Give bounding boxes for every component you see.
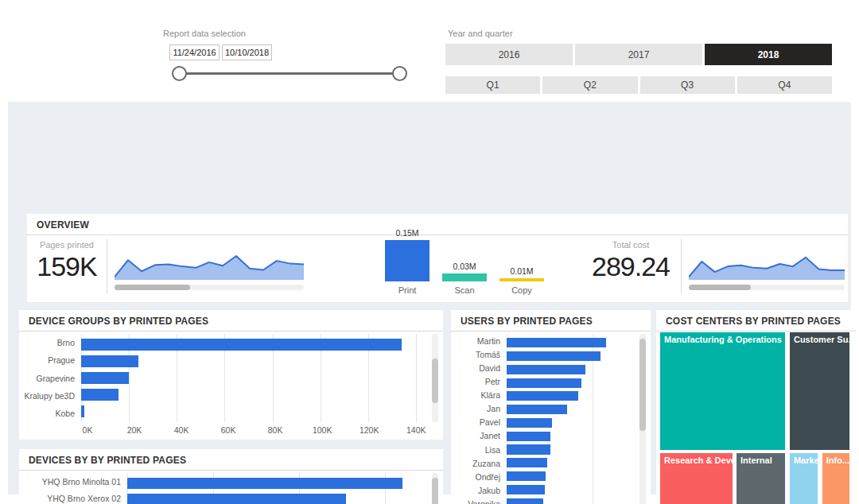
category-label: Kobe (25, 405, 75, 422)
scrollbar-thumb[interactable] (432, 359, 438, 403)
bar-Jakub[interactable] (507, 485, 545, 494)
bar-YHQ Brno Minolta 01[interactable] (127, 478, 402, 490)
category-label: Petr (457, 374, 500, 388)
bar-row (127, 475, 428, 491)
bar-row (81, 403, 428, 420)
bar[interactable] (499, 278, 544, 281)
pages-printed-value: 159K (30, 251, 103, 282)
axis-tick-label: 20K (127, 425, 142, 435)
bar[interactable] (442, 273, 487, 282)
bar-Brno[interactable] (81, 339, 402, 351)
category-label: Copy (511, 285, 532, 295)
bar-Martin[interactable] (507, 338, 606, 347)
total-cost-sparkline (689, 243, 845, 290)
total-cost-value: 289.24 (584, 251, 678, 282)
sparkline-scrollbar[interactable] (689, 285, 845, 290)
bar[interactable] (385, 240, 430, 282)
bar-Tomáš[interactable] (507, 351, 601, 361)
bar-row (507, 390, 636, 403)
value-label: 0.01M (510, 266, 533, 276)
category-label: Grapevine (25, 369, 75, 386)
bar-row (507, 496, 636, 504)
device-groups-title: DEVICE GROUPS BY PRINTED PAGES (19, 310, 443, 331)
treemap-tile-internal[interactable]: Internal (736, 452, 786, 504)
quarter-button-Q2[interactable]: Q2 (542, 76, 637, 94)
devices-card: DEVICES BY BY PRINTED PAGES YHQ Brno Min… (19, 449, 443, 504)
treemap-tile-info-[interactable]: Info... (822, 452, 850, 504)
vertical-scrollbar[interactable] (432, 473, 438, 504)
bar-Ondřej[interactable] (507, 471, 546, 481)
bar-Zuzana[interactable] (507, 458, 547, 467)
quarter-button-Q1[interactable]: Q1 (445, 76, 540, 94)
bar-Lisa[interactable] (507, 444, 550, 454)
bar-David[interactable] (507, 365, 585, 374)
overview-title: OVERVIEW (27, 214, 848, 235)
bar-Petr[interactable] (507, 378, 581, 388)
treemap-tile-research-devel-[interactable]: Research & Devel... (659, 452, 733, 504)
scrollbar-thumb[interactable] (689, 285, 751, 290)
quarter-segment-buttons: Q1Q2Q3Q4 (445, 76, 832, 94)
axis-tick-label: 100K (313, 425, 332, 435)
quarter-button-Q3[interactable]: Q3 (640, 76, 735, 94)
year-button-2017[interactable]: 2017 (575, 44, 702, 65)
overview-body: Pages printed 159K 0.15MPrint0.03MScan0.… (27, 235, 848, 300)
treemap-tile-manufacturing-operations[interactable]: Manufacturing & Operations (659, 331, 786, 451)
category-label: Tomáš (457, 347, 500, 361)
bar-row (81, 370, 428, 386)
pages-printed-sparkline (115, 243, 304, 290)
bar-Klára[interactable] (507, 391, 578, 401)
cost-centers-treemap: Manufacturing & OperationsCustomer Su...… (659, 331, 850, 504)
category-label: Jan (457, 402, 500, 416)
bar-row (81, 336, 428, 353)
category-label: Pavel (457, 416, 500, 429)
plot-area (507, 334, 636, 504)
date-slicer-label: Report data selection (163, 29, 246, 38)
bar-row (507, 483, 636, 496)
sparkline-scrollbar[interactable] (115, 285, 304, 290)
vertical-scrollbar[interactable] (432, 334, 438, 422)
bar-Pavel[interactable] (507, 418, 552, 428)
bar-row (507, 403, 636, 417)
year-button-2018[interactable]: 2018 (705, 44, 832, 65)
bar-rows (81, 334, 428, 422)
vertical-scrollbar[interactable] (639, 334, 646, 504)
bar-Janet[interactable] (507, 432, 550, 441)
divider (681, 238, 682, 294)
slider-handle-end[interactable] (392, 66, 407, 81)
print-type-mini-chart: 0.15MPrint0.03MScan0.01MCopy (369, 235, 560, 300)
bar-row (507, 417, 636, 430)
bar-Kralupy be3D[interactable] (81, 389, 119, 401)
quarter-button-Q4[interactable]: Q4 (737, 76, 832, 94)
scrollbar-thumb[interactable] (115, 285, 190, 290)
bar-Kobe[interactable] (81, 405, 84, 417)
sparkline-chart (689, 243, 845, 280)
mini-column-copy: 0.01MCopy (499, 266, 544, 300)
category-label: Veronika (457, 498, 500, 504)
category-label: Kralupy be3D (25, 387, 75, 405)
date-range-slider[interactable] (172, 66, 407, 82)
slider-track[interactable] (179, 72, 400, 75)
bar-Veronika[interactable] (507, 498, 543, 504)
category-label: Print (398, 285, 417, 295)
slider-handle-start[interactable] (172, 66, 187, 81)
treemap-tile-label: Manufacturing & Operations (660, 332, 785, 347)
plot-area (127, 473, 428, 504)
year-button-2016[interactable]: 2016 (445, 44, 573, 65)
scrollbar-thumb[interactable] (639, 339, 646, 431)
plot-area (81, 334, 428, 422)
scrollbar-thumb[interactable] (432, 478, 438, 504)
device-groups-card: DEVICE GROUPS BY PRINTED PAGES BrnoPragu… (19, 310, 443, 440)
start-date-input[interactable]: 11/24/2016 (169, 45, 220, 60)
bar-Prague[interactable] (81, 355, 138, 367)
category-labels: MartinTomášDavidPetrKláraJanPavelJanetLi… (457, 334, 507, 504)
axis-tick-label: 80K (268, 425, 283, 435)
treemap-tile-customer-su-[interactable]: Customer Su... (789, 331, 850, 451)
bar-Jan[interactable] (507, 405, 567, 414)
category-label: Martin (457, 334, 500, 347)
x-axis: 0K20K40K60K80K100K120K140K (87, 422, 428, 435)
treemap-tile-marke-[interactable]: Marke... (789, 452, 818, 504)
end-date-input[interactable]: 10/10/2018 (222, 45, 272, 60)
bar-Grapevine[interactable] (81, 372, 129, 384)
chart-body: BrnoPragueGrapevineKralupy be3DKobe (25, 334, 438, 422)
bar-YHQ Brno Xerox 02[interactable] (127, 494, 346, 504)
